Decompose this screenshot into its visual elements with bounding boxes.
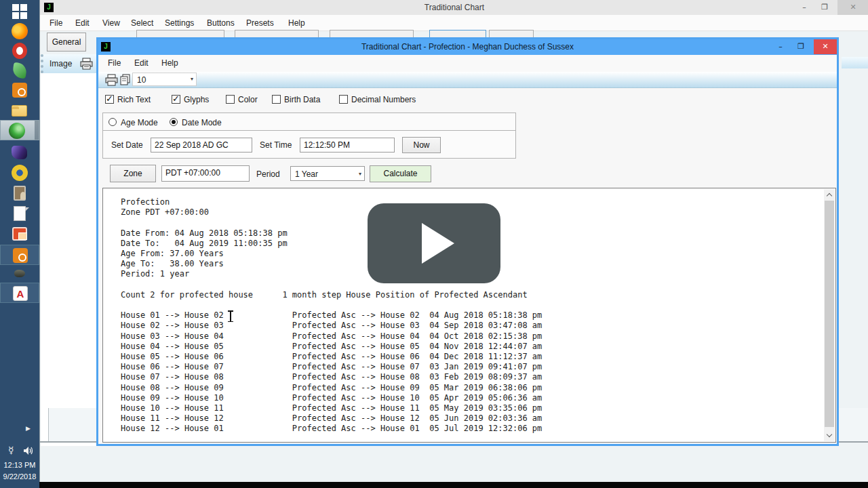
age-mode-label: Age Mode [121,118,158,127]
mode-groupbox: Age Mode Date Mode [102,113,516,131]
folder-icon [12,105,27,117]
set-time-input[interactable]: 12:12:50 PM [300,138,395,152]
profection-menubar: File Edit Help [98,55,837,72]
taskbar-item-notes[interactable] [0,60,39,81]
taskbar-item-purple-app[interactable] [0,142,39,163]
birth-data-checkbox[interactable] [272,95,281,104]
menu-view[interactable]: View [102,18,120,28]
screen: J Traditional Chart – ❐ ✕ File Edit View… [0,0,868,488]
menu-select[interactable]: Select [131,18,153,28]
printer-icon[interactable] [80,58,93,70]
zone-input[interactable]: PDT +07:00:00 [161,165,250,182]
tray-planet-icon[interactable]: ☿ [8,445,14,455]
video-play-button[interactable] [368,203,500,283]
set-date-label: Set Date [111,140,143,150]
main-window-title: Traditional Chart [40,3,868,12]
menu-buttons[interactable]: Buttons [207,18,235,28]
play-icon [422,223,454,264]
capture-letterbox [39,482,868,488]
image-label: Image [50,59,72,68]
glyphs-checkbox[interactable] [172,95,180,104]
date-mode-radio[interactable] [170,118,178,126]
taskbar-item-media-open[interactable] [0,245,39,265]
taskbar-item-firefox[interactable] [0,21,39,41]
menu-file[interactable]: File [50,18,62,28]
color-checkbox[interactable] [226,95,235,104]
glyphs-label: Glyphs [184,95,209,104]
text-cursor [230,311,231,321]
taskbar-item-photos[interactable] [0,224,39,244]
image-toolbar: Image [41,54,98,73]
copy-icon[interactable] [120,74,131,86]
date-groupbox: Set Date 22 Sep 2018 AD GC Set Time 12:1… [102,130,516,159]
profection-titlebar[interactable]: J Traditional Chart - Profection - Megha… [98,39,837,55]
taskbar-item-jhora-active[interactable] [0,120,39,140]
close-button[interactable]: ✕ [837,0,868,15]
clock-time[interactable]: 12:13 PM [0,461,39,469]
age-mode-radio[interactable] [108,118,117,126]
document-icon [14,206,26,221]
restore-button[interactable]: ❐ [814,0,835,15]
taskbar-item-portrait[interactable] [0,183,39,203]
minimize-button[interactable]: – [794,0,814,15]
menu-presets[interactable]: Presets [246,18,274,28]
purple-app-icon [12,146,27,159]
print-icon[interactable] [105,74,118,86]
scroll-down-button[interactable] [824,430,835,441]
firefox-icon [12,23,28,39]
rich-text-checkbox[interactable] [105,95,114,104]
taskbar-item-opera[interactable] [0,41,39,61]
taskbar-item-gear-app[interactable] [0,163,39,183]
scroll-up-button[interactable] [824,189,835,200]
left-chart-panel [41,73,98,446]
decimal-numbers-checkbox[interactable] [339,95,348,104]
taskbar-item-small-app[interactable] [0,266,39,281]
period-value: 1 Year [295,169,318,179]
menu-edit[interactable]: Edit [134,58,149,68]
color-label: Color [238,95,258,104]
copies-value: 10 [137,75,146,85]
taskbar-item-document[interactable] [0,203,39,224]
menu-help[interactable]: Help [288,18,305,28]
menu-settings[interactable]: Settings [165,18,194,28]
general-button[interactable]: General [47,33,86,52]
close-button[interactable]: ✕ [814,39,837,54]
acrobat-icon: A [13,286,28,301]
main-titlebar[interactable]: J Traditional Chart – ❐ ✕ [40,0,868,15]
menu-file[interactable]: File [108,58,121,68]
jhora-icon [9,123,25,139]
taskbar-item-explorer[interactable] [0,100,39,120]
menu-edit[interactable]: Edit [75,18,90,28]
set-date-input[interactable]: 22 Sep 2018 AD GC [151,138,252,152]
period-select[interactable]: 1 Year ▾ [290,166,365,181]
copies-combobox[interactable]: 10 ▾ [132,73,197,86]
tray-expand-arrow[interactable]: ▶ [26,425,31,432]
speaker-icon[interactable] [23,446,35,455]
taskbar-item-acrobat-open[interactable]: A [0,283,39,303]
zone-button[interactable]: Zone [110,165,156,182]
calculate-button[interactable]: Calculate [370,165,431,182]
taskbar-item-capture[interactable] [0,80,39,100]
chevron-down-icon[interactable]: ▾ [191,76,193,82]
red-photos-icon [12,227,27,241]
vertical-scrollbar[interactable] [824,189,835,441]
orange-media-icon [13,248,28,263]
menu-help[interactable]: Help [161,58,178,68]
yellow-gear-icon [12,165,28,181]
clock-date[interactable]: 9/22/2018 [0,472,39,481]
set-time-label: Set Time [260,140,292,150]
minimize-button[interactable]: – [770,39,791,54]
main-menubar: File Edit View Select Settings Buttons P… [40,15,868,31]
now-button[interactable]: Now [402,137,441,153]
chevron-down-icon[interactable]: ▾ [359,171,361,177]
decimal-numbers-label: Decimal Numbers [351,95,416,104]
restore-button[interactable]: ❐ [791,39,811,54]
taskbar-item-start[interactable] [0,1,39,22]
orange-capture-icon [12,83,27,98]
profection-toolbar: 10 ▾ [98,72,837,88]
green-notes-icon [12,62,28,79]
scrollbar-thumb[interactable] [825,201,834,427]
right-toolbar-cut [842,57,868,68]
period-label: Period [256,169,280,179]
windows-start-icon [12,3,28,20]
